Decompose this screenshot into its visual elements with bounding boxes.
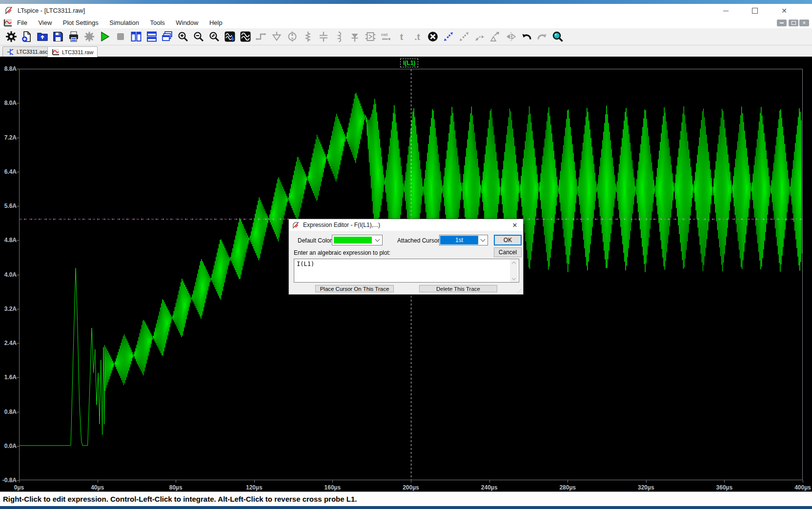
mdi-restore-button[interactable] — [789, 20, 798, 26]
maximize-button[interactable] — [747, 6, 763, 16]
spice-directive-icon: .t — [411, 30, 424, 43]
scroll-down-icon[interactable] — [510, 275, 518, 282]
zoom-full-extents-icon[interactable] — [208, 30, 221, 43]
component-icon — [364, 30, 377, 43]
dialog-title-bar[interactable]: Expression Editor - F(I(L1),...) — [289, 219, 523, 231]
waveform-window-icon[interactable] — [3, 19, 12, 29]
menu-view[interactable]: View — [34, 18, 56, 28]
fft-icon[interactable] — [239, 30, 252, 43]
zoom-in-icon[interactable] — [177, 30, 189, 43]
mdi-minimize-button[interactable] — [777, 20, 787, 26]
close-button[interactable]: ✕ — [776, 6, 792, 16]
pause-icon — [83, 30, 96, 43]
cancel-button[interactable]: Cancel — [494, 247, 522, 257]
print-icon[interactable] — [67, 30, 80, 43]
find-icon[interactable] — [551, 30, 564, 43]
trace-label[interactable]: I(L1) — [400, 59, 418, 67]
capacitor-icon — [317, 30, 330, 43]
x-tick — [332, 480, 333, 483]
net-label-icon: net — [380, 30, 392, 43]
schematic-icon — [7, 48, 14, 56]
x-tick — [176, 480, 176, 483]
tile-vertically-icon[interactable] — [130, 30, 142, 43]
menu-tools[interactable]: Tools — [145, 18, 169, 28]
y-tick — [17, 103, 19, 103]
x-tick-label: 400µs — [787, 484, 812, 491]
window-title: LTspice - [LTC3311.raw] — [18, 7, 85, 14]
y-tick — [17, 172, 19, 172]
tab-bar: LTC3311.asc LTC3311.raw — [0, 45, 812, 57]
undo-icon[interactable] — [520, 30, 533, 43]
zoom-out-icon[interactable] — [192, 30, 205, 43]
y-tick-label: 2.4A — [0, 340, 17, 346]
x-tick-label: 280µs — [552, 484, 583, 491]
y-tick — [17, 343, 19, 344]
tab-ltc3311-raw[interactable]: LTC3311.raw — [47, 46, 98, 57]
save-icon[interactable] — [52, 30, 64, 43]
x-tick-label: 40µs — [82, 484, 113, 491]
y-tick-label: 8.8A — [0, 65, 17, 72]
place-cursor-button[interactable]: Place Cursor On This Trace — [315, 285, 394, 292]
ground-icon — [270, 30, 283, 43]
y-tick-label: 5.6A — [0, 203, 17, 209]
chevron-down-icon[interactable] — [373, 236, 382, 244]
menu-file[interactable]: File — [13, 18, 32, 28]
toolbar: net t .t — [0, 28, 812, 45]
y-tick — [17, 309, 19, 309]
desktop-edge-strip — [0, 0, 812, 4]
redo-icon — [536, 30, 548, 43]
attached-cursor-label: Attached Cursor: — [397, 237, 441, 244]
minimize-button[interactable] — [717, 6, 734, 16]
ltspice-logo-icon — [292, 222, 300, 229]
voltage-source-icon — [286, 30, 299, 43]
dialog-title: Expression Editor - F(I(L1),...) — [303, 222, 380, 228]
cascade-windows-icon[interactable] — [161, 30, 174, 43]
y-tick — [17, 240, 19, 241]
move-icon[interactable] — [442, 30, 455, 43]
x-tick — [411, 480, 411, 483]
open-file-icon[interactable] — [36, 30, 49, 43]
tile-horizontally-icon[interactable] — [145, 30, 158, 43]
expression-input[interactable]: I(L1) — [294, 259, 519, 283]
delete-trace-button[interactable]: Delete This Trace — [419, 285, 497, 292]
mirror-icon — [505, 30, 517, 43]
ltspice-logo-icon — [5, 6, 14, 17]
tab-ltc3311-asc[interactable]: LTC3311.asc — [2, 46, 52, 57]
dialog-close-icon[interactable]: ✕ — [507, 219, 523, 231]
waveform-icon — [52, 48, 60, 56]
y-tick-label: 4.0A — [0, 271, 17, 278]
y-tick — [17, 206, 19, 206]
status-bar: Right-Click to edit expression. Control-… — [0, 491, 812, 506]
run-icon[interactable] — [99, 30, 111, 43]
mdi-close-button[interactable]: ✕ — [799, 20, 809, 26]
color-swatch — [334, 237, 372, 244]
expression-scrollbar[interactable] — [510, 259, 518, 282]
x-tick — [19, 480, 20, 483]
menu-window[interactable]: Window — [171, 18, 203, 28]
y-tick-label: 8.0A — [0, 100, 17, 106]
default-color-combo[interactable] — [332, 235, 383, 245]
scroll-up-icon[interactable] — [510, 259, 518, 266]
menu-simulation[interactable]: Simulation — [105, 18, 143, 28]
x-tick — [568, 480, 568, 483]
delete-icon[interactable] — [426, 30, 439, 43]
x-tick — [724, 480, 725, 483]
control-panel-gear-icon[interactable] — [5, 30, 18, 43]
menu-plot-settings[interactable]: Plot Settings — [59, 18, 103, 28]
y-tick-label: -0.8A — [0, 477, 17, 484]
new-file-icon[interactable] — [20, 30, 33, 43]
wire-icon — [255, 30, 267, 43]
x-tick — [646, 480, 647, 483]
taskbar-edge-strip — [0, 506, 812, 509]
expression-prompt-label: Enter an algebraic expression to plot: — [294, 249, 390, 256]
menu-help[interactable]: Help — [205, 18, 227, 28]
text-icon: t — [395, 30, 408, 43]
autorange-y-icon[interactable] — [223, 30, 236, 43]
chevron-down-icon[interactable] — [478, 236, 487, 244]
resize-grip[interactable]: ⋰ — [517, 289, 522, 294]
y-tick-label: 1.6A — [0, 374, 17, 381]
ok-button[interactable]: OK — [494, 235, 522, 245]
attached-cursor-combo[interactable]: 1st — [439, 235, 488, 245]
x-tick-label: 240µs — [474, 484, 505, 491]
x-tick-label: 120µs — [239, 484, 270, 491]
